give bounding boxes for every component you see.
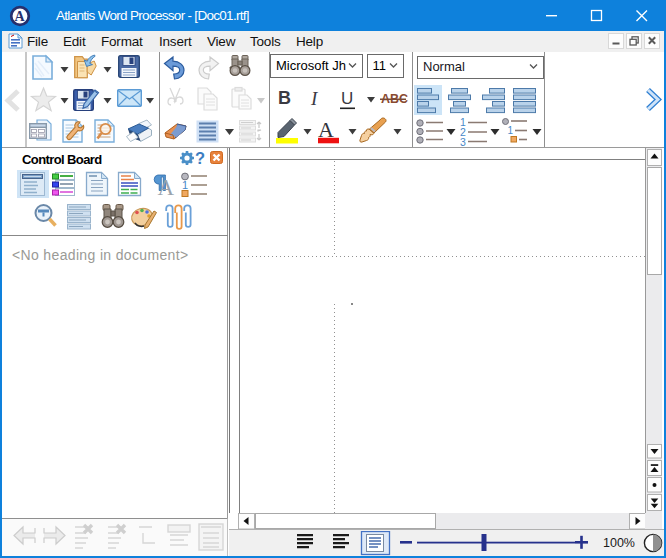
svg-text:A: A: [318, 117, 334, 142]
svg-text:I: I: [310, 88, 319, 109]
svg-text:A: A: [15, 9, 26, 24]
svg-text:3: 3: [460, 136, 466, 147]
svg-text:100%: 100%: [603, 536, 635, 550]
svg-text:1: 1: [508, 125, 514, 136]
svg-text:?: ?: [195, 149, 205, 167]
svg-text:B: B: [278, 88, 291, 108]
svg-text:1: 1: [182, 179, 188, 191]
svg-text:U: U: [341, 89, 353, 108]
svg-text:A: A: [158, 175, 175, 200]
